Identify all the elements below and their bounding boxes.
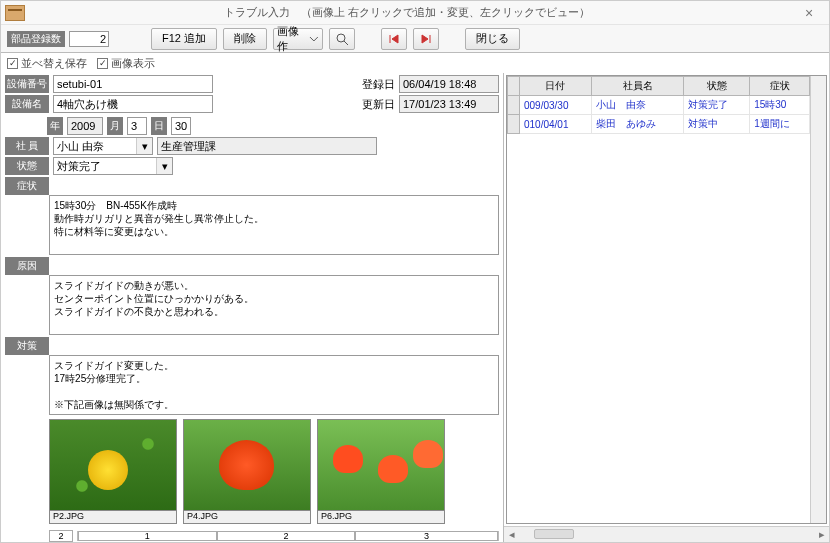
- cell-symptom: 15時30: [750, 96, 810, 115]
- table-row[interactable]: 010/04/01 柴田 あゆみ 対策中 1週間に: [508, 115, 810, 134]
- cell-status: 対策完了: [684, 96, 750, 115]
- nav-first-button[interactable]: [381, 28, 407, 50]
- window-close-button[interactable]: ×: [789, 3, 829, 23]
- svg-point-0: [337, 34, 345, 42]
- equip-no-field[interactable]: setubi-01: [53, 75, 213, 93]
- status-select[interactable]: 対策完了 ▾: [53, 157, 173, 175]
- action-textarea[interactable]: スライドガイド変更した。 17時25分修理完了。 ※下記画像は無関係です。: [49, 355, 499, 415]
- magnifier-icon: [335, 32, 349, 46]
- cell-emp: 柴田 あゆみ: [591, 115, 684, 134]
- sort-save-label: 並べ替え保存: [21, 56, 87, 71]
- thumbnail-image[interactable]: [317, 419, 445, 511]
- thumbnail-image[interactable]: [183, 419, 311, 511]
- row-selector-header: [508, 77, 520, 96]
- equip-no-label: 設備番号: [5, 75, 49, 93]
- nav-last-button[interactable]: [413, 28, 439, 50]
- chevron-down-icon: [309, 34, 319, 44]
- thumbnail-caption: P2.JPG: [49, 511, 177, 524]
- month-field[interactable]: 3: [127, 117, 147, 135]
- cell-date: 009/03/30: [520, 96, 592, 115]
- symptom-label: 症状: [5, 177, 49, 195]
- toolbar-options: 並べ替え保存 画像表示: [1, 53, 829, 73]
- day-label: 日: [151, 117, 167, 135]
- right-pane: 日付 社員名 状態 症状 009/03/30 小山 由奈 対策完了 15: [504, 73, 829, 542]
- col-date[interactable]: 日付: [520, 77, 592, 96]
- col-status[interactable]: 状態: [684, 77, 750, 96]
- nav-first-icon: [388, 34, 400, 44]
- toolbar: 部品登録数 2 F12 追加 削除 画像作 閉じる: [1, 25, 829, 53]
- thumbnail-caption: P6.JPG: [317, 511, 445, 524]
- thumbnail-image[interactable]: [49, 419, 177, 511]
- cell-date: 010/04/01: [520, 115, 592, 134]
- thumbnail-strip: P2.JPG P4.JPG P6.JPG: [49, 417, 499, 526]
- equip-name-field[interactable]: 4軸穴あけ機: [53, 95, 213, 113]
- cell-emp: 小山 由奈: [591, 96, 684, 115]
- app-window: トラブル入力 （画像上 右クリックで追加・変更、左クリックでビュー） × 部品登…: [0, 0, 830, 543]
- page-total: 2: [49, 530, 73, 542]
- row-selector[interactable]: [508, 96, 520, 115]
- status-label: 状態: [5, 157, 49, 175]
- chevron-down-icon: ▾: [136, 138, 152, 154]
- horizontal-scrollbar[interactable]: ◂ ▸: [504, 526, 829, 542]
- nav-last-icon: [420, 34, 432, 44]
- scroll-right-icon[interactable]: ▸: [814, 527, 829, 542]
- year-field[interactable]: 2009: [67, 117, 103, 135]
- dept-field: 生産管理課: [157, 137, 377, 155]
- window-title: トラブル入力 （画像上 右クリックで追加・変更、左クリックでビュー）: [25, 5, 789, 20]
- sort-save-checkbox[interactable]: 並べ替え保存: [7, 56, 87, 71]
- pager-seg[interactable]: 3: [355, 531, 498, 541]
- f12-add-button[interactable]: F12 追加: [151, 28, 217, 50]
- reg-date-label: 登録日: [362, 77, 395, 92]
- chevron-down-icon: ▾: [156, 158, 172, 174]
- scroll-thumb[interactable]: [534, 529, 574, 539]
- cell-symptom: 1週間に: [750, 115, 810, 134]
- thumbnail[interactable]: P2.JPG: [49, 419, 177, 524]
- month-label: 月: [107, 117, 123, 135]
- cell-status: 対策中: [684, 115, 750, 134]
- image-ops-combo[interactable]: 画像作: [273, 28, 323, 50]
- image-ops-label: 画像作: [277, 24, 309, 54]
- pager-seg[interactable]: 1: [78, 531, 217, 541]
- symptom-textarea[interactable]: 15時30分 BN-455K作成時 動作時ガリガリと異音が発生し異常停止した。 …: [49, 195, 499, 255]
- titlebar: トラブル入力 （画像上 右クリックで追加・変更、左クリックでビュー） ×: [1, 1, 829, 25]
- action-label: 対策: [5, 337, 49, 355]
- left-pane: 設備番号 setubi-01 登録日 06/04/19 18:48 設備名 4軸…: [1, 73, 504, 542]
- upd-date-field: 17/01/23 13:49: [399, 95, 499, 113]
- year-label: 年: [47, 117, 63, 135]
- form-icon: [5, 5, 25, 21]
- close-button[interactable]: 閉じる: [465, 28, 520, 50]
- thumbnail-pager[interactable]: 2 1 2 3: [49, 528, 499, 542]
- thumbnail[interactable]: P6.JPG: [317, 419, 445, 524]
- vertical-scrollbar[interactable]: [810, 76, 826, 523]
- pager-track[interactable]: 1 2 3: [77, 531, 499, 541]
- col-employee[interactable]: 社員名: [591, 77, 684, 96]
- row-selector[interactable]: [508, 115, 520, 134]
- pager-seg[interactable]: 2: [217, 531, 356, 541]
- body: 設備番号 setubi-01 登録日 06/04/19 18:48 設備名 4軸…: [1, 73, 829, 542]
- history-table[interactable]: 日付 社員名 状態 症状 009/03/30 小山 由奈 対策完了 15: [507, 76, 810, 134]
- day-field[interactable]: 30: [171, 117, 191, 135]
- thumbnail-caption: P4.JPG: [183, 511, 311, 524]
- employee-select[interactable]: 小山 由奈 ▾: [53, 137, 153, 155]
- cause-textarea[interactable]: スライドガイドの動きが悪い。 センターポイント位置にひっかかりがある。 スライド…: [49, 275, 499, 335]
- cause-label: 原因: [5, 257, 49, 275]
- scroll-left-icon[interactable]: ◂: [504, 527, 519, 542]
- svg-line-1: [344, 41, 348, 45]
- table-row[interactable]: 009/03/30 小山 由奈 対策完了 15時30: [508, 96, 810, 115]
- image-show-label: 画像表示: [111, 56, 155, 71]
- employee-label: 社 員: [5, 137, 49, 155]
- parts-count-label: 部品登録数: [7, 31, 65, 47]
- col-symptom[interactable]: 症状: [750, 77, 810, 96]
- upd-date-label: 更新日: [362, 97, 395, 112]
- reg-date-field: 06/04/19 18:48: [399, 75, 499, 93]
- equip-name-label: 設備名: [5, 95, 49, 113]
- history-grid[interactable]: 日付 社員名 状態 症状 009/03/30 小山 由奈 対策完了 15: [506, 75, 827, 524]
- zoom-button[interactable]: [329, 28, 355, 50]
- delete-button[interactable]: 削除: [223, 28, 267, 50]
- parts-count-value: 2: [69, 31, 109, 47]
- thumbnail[interactable]: P4.JPG: [183, 419, 311, 524]
- image-show-checkbox[interactable]: 画像表示: [97, 56, 155, 71]
